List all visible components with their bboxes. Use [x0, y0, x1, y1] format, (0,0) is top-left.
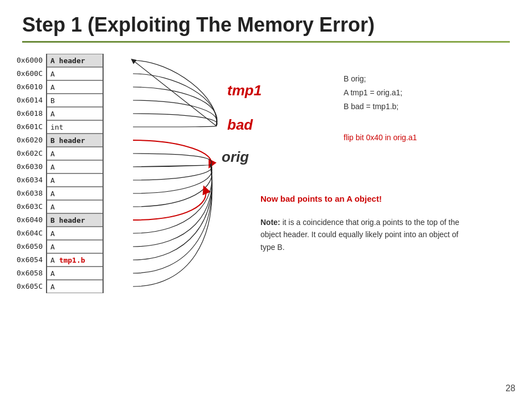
note-block: Note: it is a coincidence that orig.a po…: [260, 216, 460, 253]
page-number: 28: [505, 383, 515, 393]
mem-cell-7: A: [47, 147, 103, 160]
addr-7: 0x602C: [17, 147, 45, 160]
addr-5: 0x601C: [17, 120, 45, 134]
memory-column: A header A A B A int B header A A A A A …: [46, 54, 104, 293]
mem-cell-6: B header: [47, 134, 103, 147]
code-line3: B bad = tmp1.b;: [344, 100, 402, 114]
mem-cell-17: A: [47, 280, 103, 293]
mem-cell-9: A: [47, 173, 103, 187]
flip-label: flip bit 0x40 in orig.a1: [344, 133, 417, 142]
mem-cell-1: A: [47, 67, 103, 80]
label-orig: orig: [222, 149, 249, 166]
addr-15: 0x6054: [17, 253, 45, 267]
mem-cell-2: A: [47, 80, 103, 94]
addr-1: 0x600C: [17, 67, 45, 80]
mem-cell-0: A header: [47, 54, 103, 67]
addr-14: 0x6050: [17, 240, 45, 253]
addr-8: 0x6030: [17, 160, 45, 173]
mem-cell-14: A: [47, 240, 103, 253]
addr-4: 0x6018: [17, 107, 45, 120]
addr-13: 0x604C: [17, 227, 45, 240]
note-text: it is a coincidence that orig.a points t…: [260, 218, 459, 252]
addr-17: 0x605C: [17, 280, 45, 293]
mem-cell-16: A: [47, 267, 103, 280]
label-tmp1: tmp1: [227, 82, 262, 99]
address-column: 0x6000 0x600C 0x6010 0x6014 0x6018 0x601…: [17, 54, 45, 293]
mem-cell-5: int: [47, 120, 103, 134]
mem-cell-4: A: [47, 107, 103, 120]
addr-12: 0x6040: [17, 213, 45, 227]
bad-points-label: Now bad points to an A object!: [260, 194, 382, 203]
addr-16: 0x6058: [17, 267, 45, 280]
addr-2: 0x6010: [17, 80, 45, 94]
addr-0: 0x6000: [17, 54, 45, 67]
mem-cell-11: A: [47, 200, 103, 213]
mem-cell-12: B header: [47, 213, 103, 227]
addr-6: 0x6020: [17, 134, 45, 147]
note-bold: Note:: [260, 218, 280, 227]
title-divider: [22, 41, 510, 43]
mem-cell-8: A: [47, 160, 103, 173]
label-bad: bad: [227, 116, 253, 134]
code-line2: A tmp1 = orig.a1;: [344, 86, 402, 100]
mem-cell-15: A tmp1.b: [47, 253, 103, 267]
mem-cell-13: A: [47, 227, 103, 240]
addr-10: 0x6038: [17, 187, 45, 200]
mem-cell-10: A: [47, 187, 103, 200]
addr-3: 0x6014: [17, 94, 45, 107]
addr-9: 0x6034: [17, 173, 45, 187]
code-block: B orig; A tmp1 = orig.a1; B bad = tmp1.b…: [344, 72, 402, 114]
page-title: Step 1 (Exploiting The Memory Error): [0, 0, 532, 41]
mem-cell-3: B: [47, 94, 103, 107]
addr-11: 0x603C: [17, 200, 45, 213]
code-line1: B orig;: [344, 72, 402, 86]
